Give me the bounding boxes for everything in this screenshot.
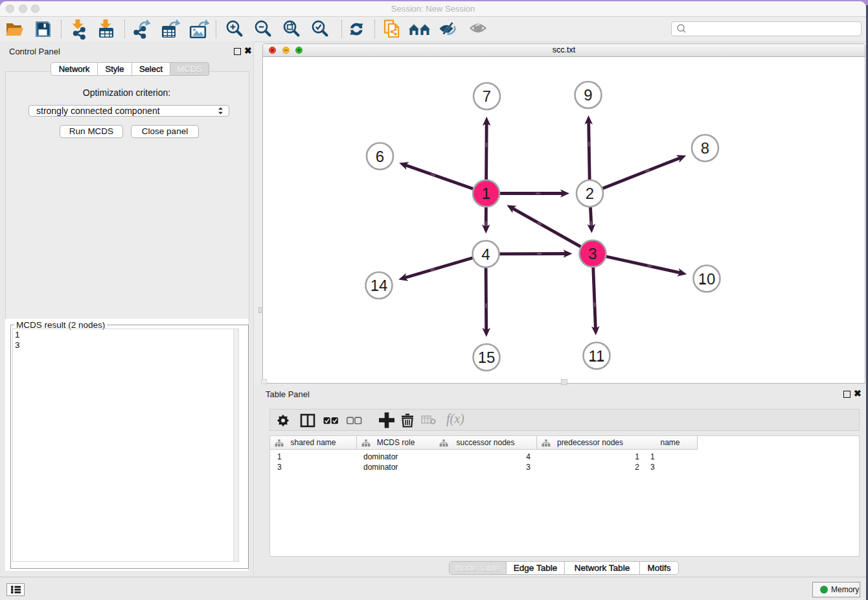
- svg-text:6: 6: [376, 148, 384, 165]
- svg-text:2: 2: [586, 185, 594, 202]
- svg-text:11: 11: [589, 347, 605, 365]
- svg-text:4: 4: [481, 246, 490, 263]
- svg-text:1: 1: [482, 185, 490, 202]
- svg-text:15: 15: [478, 349, 496, 366]
- svg-text:3: 3: [588, 245, 597, 262]
- svg-text:7: 7: [483, 87, 491, 105]
- svg-text:10: 10: [698, 270, 716, 288]
- svg-text:8: 8: [701, 139, 709, 157]
- svg-text:9: 9: [584, 86, 592, 104]
- svg-text:14: 14: [371, 277, 388, 294]
